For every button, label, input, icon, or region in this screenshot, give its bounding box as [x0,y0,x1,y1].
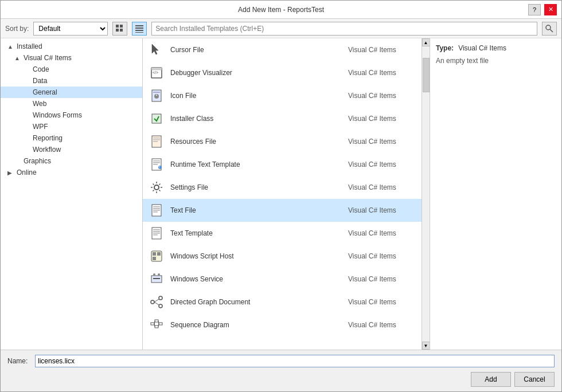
svg-point-47 [158,273,160,276]
svg-point-50 [159,304,162,308]
svg-line-52 [154,302,159,305]
sidebar-item-web[interactable]: Web [1,98,142,109]
sidebar-item-installed[interactable]: ▲ Installed [1,41,142,52]
scroll-thumb[interactable] [423,58,430,92]
list-item[interactable]: Cursor File Visual C# Items [143,38,422,61]
svg-rect-2 [116,29,119,32]
item-name-2: Debugger Visualizer [170,69,348,77]
svg-rect-53 [151,323,154,325]
sidebar-item-general[interactable]: General [1,87,142,98]
item-icon-7 [147,178,166,197]
list-item[interactable]: Windows Script Host Visual C# Items [143,245,422,268]
list-item[interactable]: Icon File Visual C# Items [143,84,422,107]
sidebar-item-reporting[interactable]: Reporting [1,132,142,144]
close-button[interactable]: ✕ [544,4,557,15]
item-name-11: Windows Service [170,275,348,283]
item-icon-1 [147,41,166,59]
sidebar-label-wpf: WPF [33,123,48,131]
sidebar-item-code[interactable]: Code [1,64,142,75]
svg-point-8 [546,25,551,30]
item-name-7: Settings File [170,183,348,191]
scroll-down-button[interactable]: ▼ [422,342,430,350]
cancel-button[interactable]: Cancel [514,372,555,387]
svg-rect-33 [153,210,160,211]
grid-view-button[interactable] [112,22,127,36]
toggle-visual-csharp[interactable]: ▲ [14,55,24,61]
sidebar-item-graphics[interactable]: Graphics [1,155,142,167]
svg-rect-39 [153,234,158,236]
toggle-installed[interactable]: ▲ [7,44,17,50]
sidebar-label-general: General [33,88,57,96]
svg-point-46 [153,273,155,276]
bottom-section: Name: Add Cancel [1,350,561,391]
item-name-12: Directed Graph Document [170,298,348,306]
sidebar-item-visual-csharp[interactable]: ▲ Visual C# Items [1,52,142,64]
svg-rect-42 [157,252,161,256]
svg-rect-34 [153,211,158,213]
item-category-11: Visual C# Items [348,275,417,283]
item-category-13: Visual C# Items [348,321,417,329]
list-item[interactable]: T Runtime Text Template Visual C# Items [143,153,422,176]
svg-point-48 [151,300,154,304]
sidebar-label-graphics: Graphics [24,157,51,165]
svg-rect-45 [153,278,160,279]
sidebar-item-windows-forms[interactable]: Windows Forms [1,109,142,121]
list-item[interactable]: Resources File Visual C# Items [143,130,422,153]
item-icon-6: T [147,155,166,174]
info-panel: Type: Visual C# Items An empty text file [430,38,561,350]
svg-point-17 [156,95,157,96]
toggle-online[interactable]: ▶ [7,170,17,176]
svg-rect-5 [135,28,143,29]
svg-line-51 [154,299,159,302]
search-button[interactable] [542,22,557,36]
item-name-9: Text Template [170,229,348,237]
sidebar-label-online: Online [17,168,37,177]
item-icon-5 [147,132,166,151]
item-category-7: Visual C# Items [348,183,417,191]
search-input[interactable] [151,22,537,36]
dialog-title: Add New Item - ReportsTest [34,6,528,14]
svg-rect-56 [159,323,162,325]
item-icon-9 [147,224,166,242]
sidebar-item-workflow[interactable]: Workflow [1,144,142,155]
sidebar-item-wpf[interactable]: WPF [1,121,142,132]
item-category-1: Visual C# Items [348,46,417,54]
list-item[interactable]: Installer Class Visual C# Items [143,107,422,130]
svg-rect-38 [153,233,160,234]
type-label: Type: [436,44,454,52]
item-name-13: Sequence Diagram [170,321,348,329]
svg-rect-37 [153,231,160,232]
sidebar-item-data[interactable]: Data [1,75,142,87]
add-new-item-dialog: Add New Item - ReportsTest ? ✕ Sort by: … [0,0,562,392]
svg-rect-0 [116,25,119,28]
svg-rect-22 [153,141,158,142]
list-item[interactable]: Directed Graph Document Visual C# Items [143,291,422,313]
svg-rect-18 [152,114,161,123]
sidebar-label-installed: Installed [17,42,42,50]
svg-rect-20 [153,138,160,139]
list-item[interactable]: Sequence Diagram Visual C# Items [143,313,422,336]
list-item[interactable]: </> Debugger Visualizer Visual C# Items [143,61,422,84]
scrollbar[interactable]: ▲ ▼ [422,38,430,350]
list-view-button[interactable] [132,22,147,36]
help-button[interactable]: ? [528,4,541,15]
svg-rect-25 [153,162,160,163]
item-name-1: Cursor File [170,46,348,54]
list-item[interactable]: Text File Visual C# Items [143,199,422,222]
add-button[interactable]: Add [471,372,511,387]
svg-rect-43 [153,257,156,260]
item-category-10: Visual C# Items [348,252,417,260]
list-item[interactable]: Text Template Visual C# Items [143,222,422,245]
items-area: Cursor File Visual C# Items </> Debugger… [143,38,430,350]
item-category-4: Visual C# Items [348,115,417,123]
list-item[interactable]: Windows Service Visual C# Items [143,268,422,291]
sidebar-item-online[interactable]: ▶ Online [1,167,142,178]
sort-select[interactable]: Default [33,22,108,36]
toolbar: Sort by: Default [1,19,561,38]
title-bar-controls: ? ✕ [528,4,557,15]
scroll-up-button[interactable]: ▲ [422,38,430,46]
svg-rect-15 [153,92,160,93]
item-icon-10 [147,247,166,265]
name-input[interactable] [35,355,555,367]
list-item[interactable]: Settings File Visual C# Items [143,176,422,199]
